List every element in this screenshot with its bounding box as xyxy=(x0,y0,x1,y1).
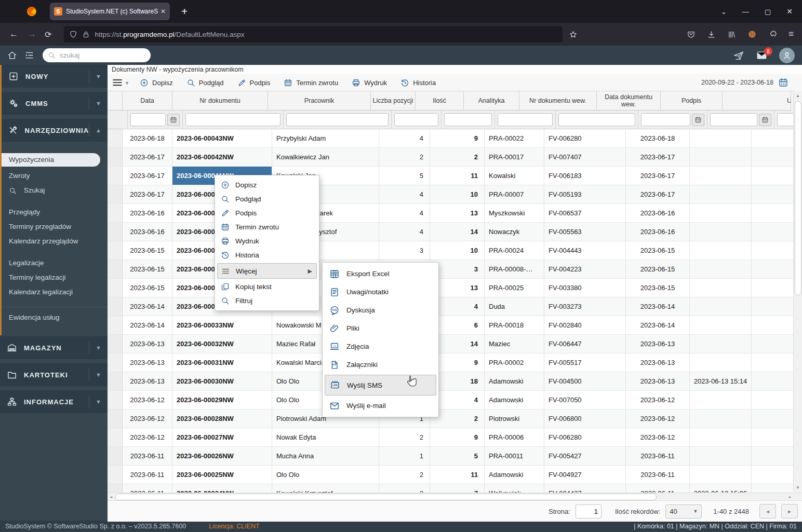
new-tab-button[interactable]: + xyxy=(177,6,192,18)
table-cell[interactable]: 5 xyxy=(379,167,430,185)
scroll-right-icon[interactable]: ▸ xyxy=(786,493,794,500)
date-range-calendar-icon[interactable] xyxy=(778,77,788,88)
sidebar-group-informacje[interactable]: INFORMACJE ▼ xyxy=(0,390,108,413)
table-cell[interactable]: 2 xyxy=(379,428,430,446)
table-cell[interactable]: Myszkowski xyxy=(485,204,544,222)
table-cell[interactable]: PRA-00025 xyxy=(485,279,544,297)
table-cell[interactable] xyxy=(690,466,752,484)
table-cell[interactable]: 2023-06-11 xyxy=(123,466,172,484)
horizontal-scrollbar[interactable]: ◂ ▸ xyxy=(108,493,802,500)
table-cell[interactable]: 2023-06-11 xyxy=(123,447,172,465)
row-handle[interactable] xyxy=(108,297,123,316)
table-row[interactable]: 2023-06-112023-06-00026NWMucha Anna15PRA… xyxy=(108,447,802,466)
table-cell[interactable]: FV-005427 xyxy=(544,447,626,465)
table-cell[interactable]: Nowak Edyta xyxy=(272,428,379,446)
row-handle[interactable] xyxy=(108,428,123,446)
column-header-4[interactable]: Liczba pozycji xyxy=(371,91,416,111)
table-cell[interactable]: 2023-06-17 xyxy=(123,185,172,203)
row-handle[interactable] xyxy=(108,241,123,260)
tab-close-icon[interactable]: ✕ xyxy=(161,8,166,15)
table-cell[interactable]: Maziec xyxy=(485,335,544,353)
table-row[interactable]: 2023-06-142023-06-00033NWNowakowski M6PR… xyxy=(108,316,802,335)
table-cell[interactable]: 11 xyxy=(430,466,485,484)
table-cell[interactable]: FV-004927 xyxy=(544,466,626,484)
table-cell[interactable]: Walkowiak xyxy=(485,484,544,493)
table-cell[interactable]: FV-006280 xyxy=(544,428,626,446)
table-cell[interactable]: 2023-06-11 xyxy=(626,466,690,484)
table-cell[interactable]: Przybylski Adam xyxy=(272,129,379,147)
table-cell[interactable] xyxy=(690,410,752,428)
messages-button[interactable]: 8 xyxy=(756,49,768,61)
table-row[interactable]: 2023-06-132023-06-00030NWOlo Olo18Adamow… xyxy=(108,372,802,391)
table-cell[interactable]: Kowalkiewicz Jan xyxy=(272,148,379,166)
table-cell[interactable]: 1 xyxy=(379,447,430,465)
table-cell[interactable]: Adamowski xyxy=(485,391,544,409)
table-cell[interactable]: 2023-06-11 xyxy=(626,447,690,465)
reload-button[interactable]: ⟳ xyxy=(45,30,51,39)
sidebar-item-zwroty[interactable]: Zwroty xyxy=(2,169,108,183)
table-row[interactable]: 2023-06-172023-06-00042NWKowalkiewicz Ja… xyxy=(108,148,802,167)
table-cell[interactable]: 2023-06-17 xyxy=(626,167,690,185)
table-cell[interactable]: FV-006537 xyxy=(544,204,626,222)
column-header-2[interactable]: Nr dokumentu xyxy=(172,91,268,111)
table-row[interactable]: 2023-06-132023-06-00031NWKowalski Marcin… xyxy=(108,353,802,372)
table-row[interactable]: 2023-06-122023-06-00029NWOlo Olo4Adamows… xyxy=(108,391,802,410)
table-cell[interactable]: 2023-06-16 xyxy=(626,223,690,241)
table-cell[interactable]: FV-004437 xyxy=(544,484,626,493)
table-cell[interactable]: Kowalski xyxy=(485,167,544,185)
table-cell[interactable]: FV-006447 xyxy=(544,335,626,353)
table-cell[interactable]: 11 xyxy=(430,167,485,185)
table-cell[interactable]: 2023-06-12 xyxy=(123,410,172,428)
context-menu-item-historia[interactable]: Historia xyxy=(215,248,319,262)
table-cell[interactable]: 2023-06-15 xyxy=(626,260,690,278)
table-cell[interactable]: FV-003380 xyxy=(544,279,626,297)
table-cell[interactable] xyxy=(690,241,752,260)
context-menu-item-więcej[interactable]: Więcej ▶ xyxy=(217,263,317,279)
table-cell[interactable]: 5 xyxy=(430,447,485,465)
table-cell[interactable]: Mucha Anna xyxy=(272,447,379,465)
horizontal-scroll-thumb[interactable] xyxy=(115,494,657,500)
toolbar-button-dopisz[interactable]: Dopisz xyxy=(140,78,173,87)
sidebar-group-narzędziownia[interactable]: NARZĘDZIOWNIA ▲ xyxy=(2,119,108,142)
table-cell[interactable]: 2 xyxy=(430,148,485,166)
table-cell[interactable]: 2023-06-12 xyxy=(626,410,690,428)
filter-input-7[interactable] xyxy=(558,113,635,126)
table-cell[interactable]: 2023-06-15 xyxy=(626,241,690,260)
row-handle[interactable] xyxy=(108,148,123,166)
table-row[interactable]: 2023-06-162023-06-00039NWMyszkowski Mare… xyxy=(108,204,802,223)
column-header-0[interactable] xyxy=(108,91,123,111)
table-cell[interactable]: 2023-06-17 xyxy=(123,167,172,185)
table-cell[interactable] xyxy=(690,185,752,203)
table-row[interactable]: 2023-06-162023-06-00038NWNowaczyk Krzysz… xyxy=(108,223,802,241)
table-cell[interactable]: FV-003273 xyxy=(544,297,626,316)
extensions-puzzle-icon[interactable] xyxy=(768,30,777,39)
sidebar-item-szukaj[interactable]: Szukaj xyxy=(2,183,108,198)
row-handle[interactable] xyxy=(108,447,123,465)
table-cell[interactable]: Adamowski xyxy=(485,372,544,390)
table-cell[interactable]: 2023-06-17 xyxy=(626,185,690,203)
table-cell[interactable]: 2023-06-15 xyxy=(123,241,172,260)
table-cell[interactable]: 2023-06-00031NW xyxy=(172,353,272,372)
submenu-item-uwagi-notatki[interactable]: Uwagi/notatki xyxy=(323,283,438,301)
table-cell[interactable]: FV-004223 xyxy=(544,260,626,278)
table-cell[interactable]: 9 xyxy=(430,428,485,446)
table-cell[interactable]: PRA-00006 xyxy=(485,428,544,446)
toolbar-button-termin-zwrotu[interactable]: Termin zwrotu xyxy=(284,78,338,87)
filter-input-5[interactable] xyxy=(444,113,492,126)
row-handle[interactable] xyxy=(108,223,123,241)
submenu-item-dyskusja[interactable]: Dyskusja xyxy=(323,301,438,319)
forward-button[interactable]: → xyxy=(28,29,36,39)
context-menu-item-wydruk[interactable]: Wydruk xyxy=(215,234,319,248)
sidebar-item-ewidencja-usług[interactable]: Ewidencja usług xyxy=(2,307,108,328)
table-cell[interactable]: FV-006280 xyxy=(544,129,626,147)
firefox-icon[interactable] xyxy=(26,6,37,17)
table-cell[interactable] xyxy=(690,148,752,166)
table-cell[interactable]: 2023-06-15 xyxy=(123,279,172,297)
library-icon[interactable] xyxy=(727,30,736,39)
submenu-item-eksport-excel[interactable]: Eksport Excel xyxy=(323,265,438,283)
table-cell[interactable]: PRA-00007 xyxy=(485,185,544,203)
downloads-icon[interactable] xyxy=(707,30,716,39)
table-cell[interactable]: 2023-06-17 xyxy=(626,148,690,166)
home-icon[interactable] xyxy=(7,50,17,60)
vertical-scroll-thumb[interactable] xyxy=(795,101,801,295)
